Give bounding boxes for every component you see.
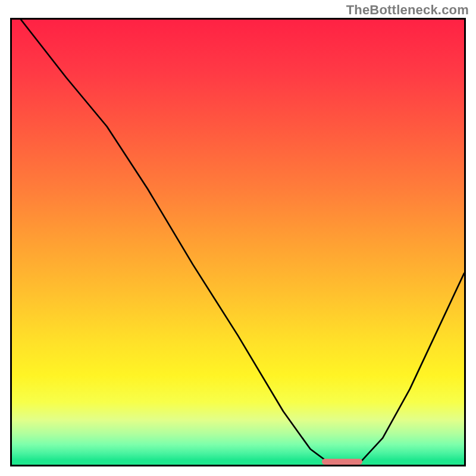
gradient-band	[12, 73, 464, 131]
gradient-band	[12, 340, 464, 376]
gradient-band	[12, 131, 464, 189]
optimal-marker	[322, 459, 362, 465]
gradient-band	[12, 434, 464, 445]
watermark-text: TheBottleneck.com	[346, 2, 469, 18]
gradient-band	[12, 20, 464, 73]
chart-area	[10, 18, 466, 466]
gradient-band	[12, 296, 464, 340]
gradient-band	[12, 453, 464, 460]
gradient-band	[12, 420, 464, 433]
gradient-band	[12, 242, 464, 296]
gradient-band	[12, 460, 464, 464]
gradient-bands	[12, 20, 464, 465]
gradient-band	[12, 402, 464, 420]
gradient-band	[12, 444, 464, 453]
gradient-band	[12, 189, 464, 242]
gradient-band	[12, 375, 464, 402]
